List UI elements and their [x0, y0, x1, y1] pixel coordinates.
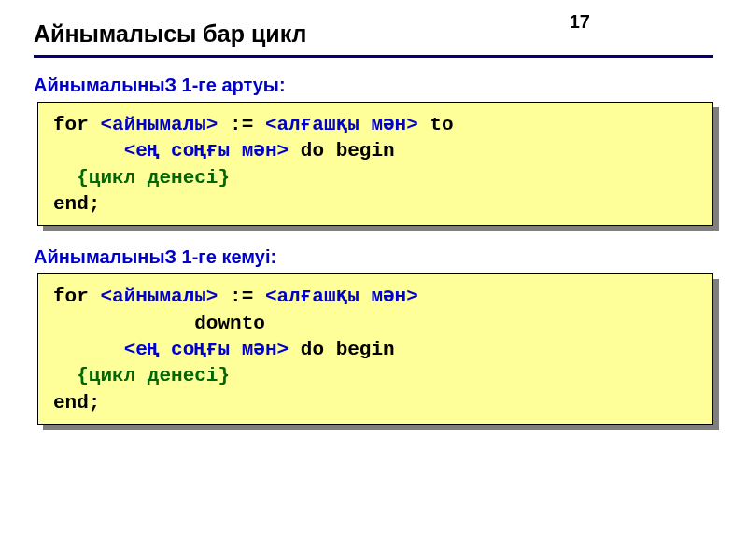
ph-start: <алғашқы мән> [265, 114, 418, 135]
indent [53, 140, 124, 161]
kw-downto: downto [53, 313, 265, 334]
ph-start: <алғашқы мән> [265, 286, 418, 307]
ph-end: <ең соңғы мән> [124, 140, 289, 161]
ph-var: <айнымалы> [100, 286, 218, 307]
kw-assign: := [218, 114, 264, 135]
kw-to: to [418, 114, 454, 135]
comment-body: {цикл денесі} [77, 365, 230, 386]
indent [53, 339, 124, 360]
codebox-2-content: for <айнымалы> := <алғашқы мән> downto <… [37, 273, 713, 425]
title-divider [34, 55, 713, 58]
kw-end: end; [53, 193, 100, 215]
ph-end: <ең соңғы мән> [124, 339, 289, 360]
kw-do-begin: do begin [289, 339, 394, 360]
kw-do-begin: do begin [289, 140, 394, 161]
section1-label: АйнымалыныЗ 1-ге артуы: [34, 75, 713, 96]
indent [53, 167, 77, 189]
indent [53, 365, 77, 386]
kw-assign: := [218, 286, 264, 307]
kw-for: for [53, 114, 100, 135]
kw-end: end; [53, 392, 100, 413]
kw-for: for [53, 286, 100, 307]
section2-label: АйнымалыныЗ 1-ге кемуі: [34, 246, 713, 268]
slide: 17 Айнымалысы бар цикл АйнымалыныЗ 1-ге … [0, 0, 747, 560]
ph-var: <айнымалы> [100, 114, 218, 135]
comment-body: {цикл денесі} [77, 167, 230, 189]
page-title: Айнымалысы бар цикл [34, 21, 713, 55]
codebox-1-content: for <айнымалы> := <алғашқы мән> to <ең с… [37, 102, 713, 226]
codebox-1: for <айнымалы> := <алғашқы мән> to <ең с… [37, 102, 713, 226]
page-number: 17 [570, 11, 590, 33]
codebox-2: for <айнымалы> := <алғашқы мән> downto <… [37, 273, 713, 425]
